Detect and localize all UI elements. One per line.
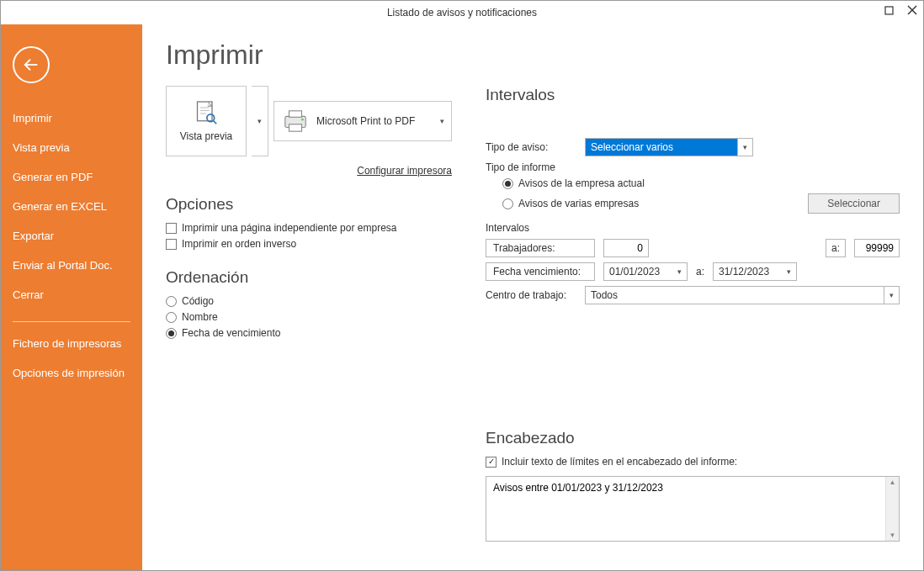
- radio-nombre[interactable]: [166, 312, 177, 323]
- printer-selector[interactable]: Microsoft Print to PDF ▾: [273, 101, 452, 141]
- printer-name: Microsoft Print to PDF: [316, 115, 440, 127]
- svg-rect-12: [289, 124, 302, 131]
- window-body: Imprimir Vista previa Generar en PDF Gen…: [1, 24, 923, 570]
- document-preview-icon: [194, 100, 218, 127]
- sidebar: Imprimir Vista previa Generar en PDF Gen…: [1, 24, 142, 570]
- tipo-informe-group: Avisos de la empresa actual Avisos de va…: [502, 177, 900, 214]
- fecha-vencimiento-row: Fecha vencimiento: 01/01/2023 ▾ a: 31/12…: [486, 262, 900, 281]
- printer-icon: [281, 108, 310, 134]
- radio-varias-empresas-label: Avisos de varias empresas: [518, 198, 639, 209]
- tipo-informe-label: Tipo de informe: [486, 161, 900, 173]
- back-arrow-icon: [22, 56, 40, 74]
- fecha-venc-label: Fecha vencimiento:: [486, 262, 595, 281]
- window-controls: [883, 4, 918, 16]
- vista-previa-button[interactable]: Vista previa: [166, 86, 247, 156]
- chevron-down-icon: ▾: [258, 117, 262, 125]
- right-column: Intervalos Tipo de aviso: Seleccionar va…: [486, 86, 900, 542]
- radio-codigo[interactable]: [166, 296, 177, 307]
- window: Listado de avisos y notificaciones Impri…: [0, 0, 924, 571]
- tipo-aviso-value: Seleccionar varios: [586, 139, 737, 156]
- radio-fecha-label: Fecha de vencimiento: [182, 327, 280, 339]
- trabajadores-label: Trabajadores:: [486, 239, 595, 257]
- svg-line-9: [214, 121, 217, 124]
- encabezado-textarea[interactable]: [486, 477, 885, 541]
- radio-empresa-actual-label: Avisos de la empresa actual: [518, 177, 645, 189]
- trabajadores-to-input[interactable]: [854, 239, 900, 257]
- svg-rect-0: [885, 7, 893, 14]
- maximize-icon: [884, 6, 894, 15]
- centro-trabajo-select[interactable]: Todos ▾: [585, 286, 900, 304]
- chk-orden-inverso-row: Imprimir en orden inverso: [166, 238, 452, 250]
- tipo-aviso-row: Tipo de aviso: Seleccionar varios ▾: [486, 138, 900, 156]
- a-label-1: a:: [826, 239, 846, 257]
- trabajadores-row: Trabajadores: a:: [486, 239, 900, 257]
- close-icon: [907, 5, 917, 15]
- sidebar-item-imprimir[interactable]: Imprimir: [1, 103, 142, 133]
- page-title: Imprimir: [166, 40, 900, 71]
- radio-nombre-label: Nombre: [182, 311, 218, 323]
- sidebar-item-exportar[interactable]: Exportar: [1, 221, 142, 251]
- radio-nombre-row: Nombre: [166, 311, 452, 323]
- opciones-heading: Opciones: [166, 195, 452, 214]
- chk-pagina-independiente-row: Imprimir una página independiente por em…: [166, 222, 452, 234]
- left-column: Vista previa ▾ Microso: [166, 86, 452, 542]
- ordenacion-heading: Ordenación: [166, 268, 452, 287]
- chevron-down-icon: ▾: [737, 139, 752, 156]
- tipo-aviso-label: Tipo de aviso:: [486, 141, 576, 153]
- chk-orden-inverso-label: Imprimir en orden inverso: [182, 238, 296, 250]
- chk-incluir-label: Incluir texto de límites en el encabezad…: [502, 456, 737, 468]
- fecha-from-value: 01/01/2023: [609, 266, 660, 278]
- vista-previa-dropdown[interactable]: ▾: [252, 86, 268, 156]
- radio-codigo-label: Código: [182, 295, 214, 307]
- chk-pagina-independiente-label: Imprimir una página independiente por em…: [182, 222, 397, 234]
- chevron-down-icon: ▾: [677, 267, 682, 276]
- radio-fecha[interactable]: [166, 328, 177, 339]
- maximize-button[interactable]: [883, 4, 895, 16]
- seleccionar-button[interactable]: Seleccionar: [808, 193, 900, 214]
- interval-rows: Trabajadores: a: Fecha vencimiento: 01/0…: [486, 239, 900, 304]
- sidebar-item-enviar-portal[interactable]: Enviar al Portal Doc.: [1, 251, 142, 280]
- chevron-down-icon: ▾: [787, 267, 791, 276]
- chk-incluir-row: ✓ Incluir texto de límites en el encabez…: [486, 456, 900, 468]
- sidebar-item-generar-pdf[interactable]: Generar en PDF: [1, 162, 142, 192]
- chk-incluir[interactable]: ✓: [486, 457, 497, 468]
- close-button[interactable]: [906, 4, 918, 16]
- sidebar-item-vista-previa[interactable]: Vista previa: [1, 133, 142, 162]
- titlebar: Listado de avisos y notificaciones: [1, 1, 923, 24]
- textarea-scrollbar[interactable]: ▲ ▼: [885, 477, 899, 541]
- sidebar-separator: [13, 321, 130, 322]
- sidebar-item-opciones-impresion[interactable]: Opciones de impresión: [1, 358, 142, 388]
- main-content: Imprimir: [142, 24, 923, 570]
- radio-codigo-row: Código: [166, 295, 452, 307]
- preview-row: Vista previa ▾ Microso: [166, 86, 452, 156]
- chk-pagina-independiente[interactable]: [166, 223, 177, 234]
- radio-empresa-actual[interactable]: [502, 178, 513, 189]
- fecha-to-value: 31/12/2023: [719, 266, 769, 278]
- vista-previa-label: Vista previa: [180, 130, 232, 142]
- window-title: Listado de avisos y notificaciones: [387, 7, 537, 19]
- centro-trabajo-value: Todos: [586, 287, 884, 304]
- sidebar-item-cerrar[interactable]: Cerrar: [1, 280, 142, 309]
- columns: Vista previa ▾ Microso: [166, 86, 900, 542]
- encabezado-heading: Encabezado: [486, 429, 900, 447]
- centro-trabajo-row: Centro de trabajo: Todos ▾: [486, 286, 900, 304]
- radio-fecha-row: Fecha de vencimiento: [166, 327, 452, 339]
- chevron-down-icon: ▾: [440, 117, 444, 125]
- radio-empresa-actual-row: Avisos de la empresa actual: [502, 177, 900, 189]
- a-label-2: a:: [696, 266, 704, 278]
- radio-varias-empresas[interactable]: [502, 198, 513, 209]
- svg-point-13: [301, 119, 304, 121]
- sidebar-item-fichero-impresoras[interactable]: Fichero de impresoras: [1, 329, 142, 358]
- trabajadores-from-input[interactable]: [603, 239, 649, 257]
- chevron-down-icon: ▾: [884, 287, 899, 304]
- tipo-aviso-select[interactable]: Seleccionar varios ▾: [585, 138, 753, 156]
- sidebar-item-generar-excel[interactable]: Generar en EXCEL: [1, 192, 142, 221]
- back-button[interactable]: [13, 46, 50, 83]
- scroll-up-icon: ▲: [889, 478, 896, 486]
- scroll-down-icon: ▼: [889, 531, 896, 539]
- fecha-to-input[interactable]: 31/12/2023 ▾: [713, 262, 797, 281]
- svg-rect-11: [289, 111, 302, 118]
- fecha-from-input[interactable]: 01/01/2023 ▾: [603, 262, 688, 281]
- chk-orden-inverso[interactable]: [166, 239, 177, 250]
- config-printer-link[interactable]: Configurar impresora: [166, 165, 452, 177]
